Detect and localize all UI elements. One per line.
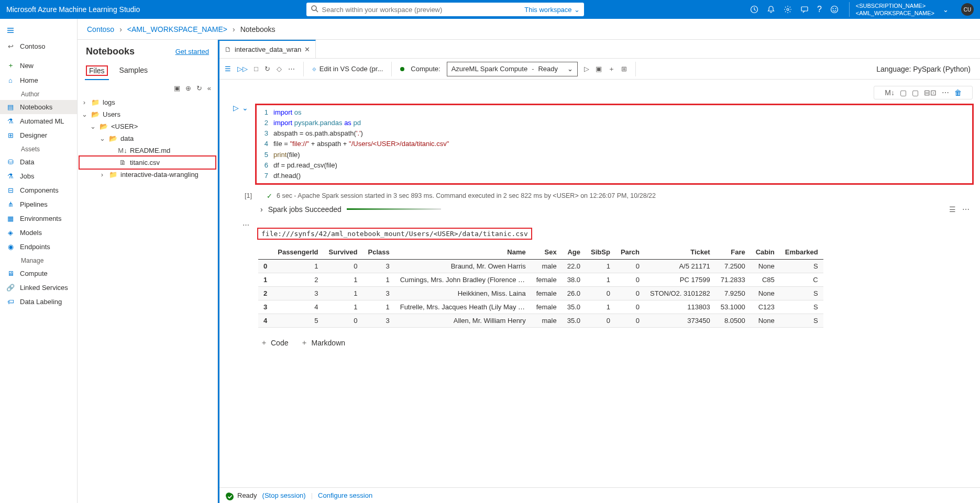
tree-folder-data[interactable]: ⌄ 📂 data bbox=[80, 132, 215, 144]
breadcrumb: Contoso › <AML_WORKSPACE_NAME> › Noteboo… bbox=[78, 19, 980, 40]
tree-file-titanic[interactable]: 🗎 titanic.csv bbox=[80, 157, 215, 169]
workspace-name: <AML_WORKSPACE_NAME> bbox=[856, 9, 934, 17]
terminal-icon[interactable]: ▣ bbox=[174, 84, 180, 92]
smile-icon[interactable] bbox=[830, 5, 839, 14]
help-icon[interactable]: ? bbox=[817, 5, 822, 14]
collapse-icon[interactable]: « bbox=[207, 84, 211, 92]
sidebar-item-labeling[interactable]: 🏷Data Labeling bbox=[0, 295, 77, 309]
vscode-icon: ⟐ bbox=[312, 65, 316, 73]
tab-files[interactable]: Files bbox=[85, 63, 109, 80]
tree-folder-idw[interactable]: › 📁 interactive-data-wrangling bbox=[80, 169, 215, 181]
sidebar-item-linked[interactable]: 🔗Linked Services bbox=[0, 281, 77, 295]
markdown-toggle-icon[interactable]: M↓ bbox=[885, 88, 895, 97]
dataframe-output: PassengerIdSurvivedPclassNameSexAgeSibSp… bbox=[258, 245, 980, 328]
feedback-icon[interactable] bbox=[800, 5, 809, 14]
play-icon[interactable]: ▷ bbox=[584, 65, 589, 73]
add-compute-icon[interactable]: ＋ bbox=[608, 64, 615, 74]
more-icon[interactable]: ⋯ bbox=[962, 205, 970, 214]
close-icon[interactable]: ✕ bbox=[304, 46, 310, 53]
sidebar-label: Contoso bbox=[20, 42, 45, 50]
sidebar-item-home[interactable]: ⌂ Home bbox=[0, 73, 77, 87]
svg-point-0 bbox=[312, 6, 316, 10]
left-sidebar: ↩ Contoso ＋ New ⌂ Home Author ▤ Notebook… bbox=[0, 19, 78, 503]
configure-session-link[interactable]: Configure session bbox=[318, 491, 372, 499]
tree-folder-logs[interactable]: › 📁 logs bbox=[80, 96, 215, 108]
hamburger-icon[interactable] bbox=[0, 23, 77, 39]
sidebar-label: Data Labeling bbox=[20, 298, 62, 306]
sidebar-item-components[interactable]: ⊟Components bbox=[0, 183, 77, 197]
view-icon[interactable]: ⊞ bbox=[621, 65, 627, 73]
search-input[interactable] bbox=[322, 6, 521, 14]
stop-icon[interactable]: □ bbox=[254, 65, 258, 73]
editor-tab[interactable]: 🗋 interactive_data_wran ✕ bbox=[219, 40, 316, 58]
refresh-icon[interactable]: ↻ bbox=[196, 84, 202, 92]
sidebar-item-pipelines[interactable]: ⋔Pipelines bbox=[0, 197, 77, 211]
run-all-icon[interactable]: ▷▷ bbox=[237, 65, 248, 73]
sidebar-section-assets: Assets bbox=[0, 142, 77, 155]
add-code-button[interactable]: ＋Code bbox=[260, 338, 288, 348]
split-icon[interactable]: ⊟⊡ bbox=[924, 88, 937, 97]
sidebar-item-compute[interactable]: 🖥Compute bbox=[0, 266, 77, 281]
chevron-down-icon[interactable]: ⌄ bbox=[943, 6, 949, 14]
svg-line-1 bbox=[316, 10, 318, 12]
cell-more-icon[interactable]: ⋯ bbox=[219, 218, 980, 229]
chevron-right-icon: › bbox=[81, 98, 88, 106]
sidebar-label: Automated ML bbox=[20, 117, 64, 125]
compute-name: AzureML Spark Compute bbox=[452, 65, 527, 73]
gear-icon[interactable] bbox=[784, 5, 792, 14]
progress-bar bbox=[347, 208, 441, 210]
flask-icon: ⚗ bbox=[6, 172, 15, 180]
tree-folder-user[interactable]: ⌄ 📂 <USER> bbox=[80, 120, 215, 132]
sidebar-item-endpoints[interactable]: ◉Endpoints bbox=[0, 240, 77, 254]
sidebar-item-back[interactable]: ↩ Contoso bbox=[0, 39, 77, 53]
home-icon: ⌂ bbox=[6, 76, 15, 84]
more-icon[interactable]: ⋯ bbox=[288, 65, 295, 73]
avatar[interactable]: CU bbox=[961, 3, 974, 16]
sidebar-item-jobs[interactable]: ⚗Jobs bbox=[0, 169, 77, 183]
output-path: file:///synfs/42/aml_notebook_mount/User… bbox=[258, 229, 980, 239]
chevron-right-icon[interactable]: › bbox=[260, 205, 263, 214]
move-up-icon[interactable]: ▢ bbox=[900, 88, 907, 97]
add-icon[interactable]: ⊕ bbox=[185, 84, 191, 92]
edit-vscode-button[interactable]: ⟐ Edit in VS Code (pr... bbox=[312, 65, 383, 73]
run-cell-icon[interactable]: ▷ bbox=[233, 104, 239, 112]
add-markdown-button[interactable]: ＋Markdown bbox=[301, 338, 345, 348]
compute-icon: 🖥 bbox=[6, 270, 15, 277]
sidebar-item-environments[interactable]: ▦Environments bbox=[0, 211, 77, 226]
tree-file-readme[interactable]: M↓ README.md bbox=[80, 144, 215, 157]
menu-icon[interactable]: ☰ bbox=[225, 65, 231, 73]
list-icon[interactable]: ☰ bbox=[949, 205, 956, 214]
chevron-down-icon[interactable]: ⌄ bbox=[242, 104, 248, 112]
sidebar-item-designer[interactable]: ⊞ Designer bbox=[0, 128, 77, 142]
sidebar-item-models[interactable]: ◈Models bbox=[0, 226, 77, 240]
terminal-icon[interactable]: ▣ bbox=[596, 65, 602, 73]
bell-icon[interactable] bbox=[767, 5, 775, 14]
search-box[interactable]: This workspace ⌄ bbox=[306, 3, 584, 16]
clear-icon[interactable]: ◇ bbox=[277, 65, 282, 73]
sidebar-item-data[interactable]: ⛁Data bbox=[0, 155, 77, 169]
sidebar-item-notebooks[interactable]: ▤ Notebooks bbox=[0, 100, 77, 114]
sidebar-item-new[interactable]: ＋ New bbox=[0, 58, 77, 73]
pipelines-icon: ⋔ bbox=[6, 200, 15, 208]
tree-label: titanic.csv bbox=[130, 159, 214, 166]
tab-samples[interactable]: Samples bbox=[118, 64, 149, 80]
stop-session-link[interactable]: (Stop session) bbox=[262, 491, 306, 499]
clock-icon[interactable] bbox=[750, 5, 758, 14]
tree-folder-users[interactable]: ⌄ 📂 Users bbox=[80, 108, 215, 120]
move-down-icon[interactable]: ▢ bbox=[912, 88, 919, 97]
sidebar-label: Components bbox=[20, 186, 59, 194]
more-icon[interactable]: ⋯ bbox=[942, 88, 949, 97]
breadcrumb-link[interactable]: Contoso bbox=[87, 25, 114, 33]
restart-icon[interactable]: ↻ bbox=[265, 65, 270, 73]
subscription-info[interactable]: <SUBSCRIPTION_NAME> <AML_WORKSPACE_NAME> bbox=[849, 2, 934, 17]
language-label[interactable]: Language: PySpark (Python) bbox=[876, 65, 975, 73]
dataframe-table: PassengerIdSurvivedPclassNameSexAgeSibSp… bbox=[258, 245, 823, 328]
delete-icon[interactable]: 🗑 bbox=[954, 88, 962, 97]
get-started-link[interactable]: Get started bbox=[175, 48, 209, 55]
chevron-down-icon: ⌄ bbox=[89, 122, 96, 130]
search-scope[interactable]: This workspace ⌄ bbox=[524, 6, 579, 14]
code-editor[interactable]: 1import os2import pyspark.pandas as pd3a… bbox=[255, 104, 974, 185]
compute-select[interactable]: AzureML Spark Compute - Ready ⌄ bbox=[447, 62, 578, 76]
sidebar-item-automl[interactable]: ⚗ Automated ML bbox=[0, 114, 77, 128]
breadcrumb-link[interactable]: <AML_WORKSPACE_NAME> bbox=[127, 25, 227, 33]
